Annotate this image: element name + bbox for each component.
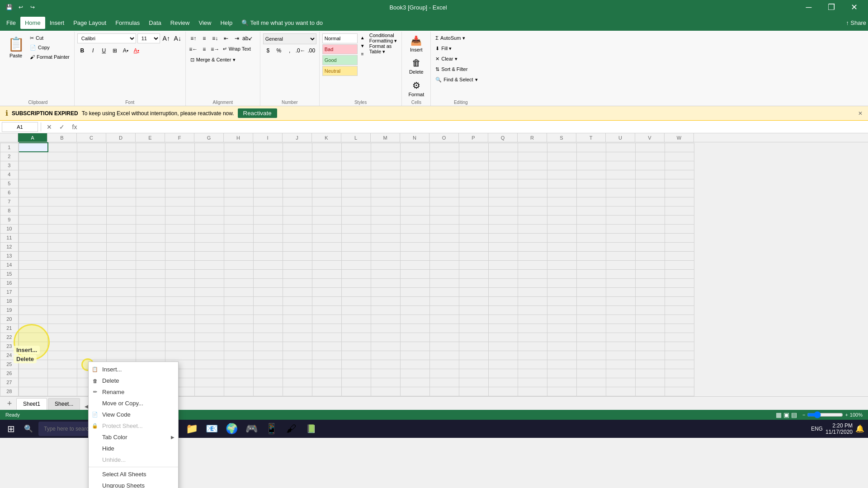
cell-Q4[interactable] — [489, 170, 518, 179]
style-normal[interactable]: Normal — [322, 33, 358, 43]
cell-K27[interactable] — [312, 378, 342, 387]
cell-V2[interactable] — [636, 152, 665, 161]
cell-I18[interactable] — [254, 296, 283, 305]
cell-I20[interactable] — [254, 314, 283, 324]
cell-J5[interactable] — [283, 179, 312, 188]
cell-L6[interactable] — [342, 188, 371, 197]
cell-T14[interactable] — [577, 260, 606, 269]
add-sheet-button[interactable]: + — [4, 398, 15, 410]
cell-A11[interactable] — [19, 233, 48, 242]
cell-G18[interactable] — [195, 296, 224, 305]
cell-M19[interactable] — [371, 305, 401, 314]
cell-K7[interactable] — [312, 197, 342, 206]
cell-G17[interactable] — [195, 287, 224, 296]
cell-O13[interactable] — [430, 251, 459, 260]
cell-P6[interactable] — [459, 188, 489, 197]
taskbar-folder-btn[interactable]: 📁 — [183, 421, 201, 437]
cell-G9[interactable] — [195, 215, 224, 224]
cell-W22[interactable] — [665, 333, 694, 342]
cell-C10[interactable] — [77, 224, 107, 233]
cell-Q11[interactable] — [489, 233, 518, 242]
cell-E16[interactable] — [136, 278, 165, 287]
percent-btn[interactable]: % — [274, 46, 284, 56]
cell-L21[interactable] — [342, 324, 371, 333]
cell-B17[interactable] — [48, 287, 77, 296]
cell-R28[interactable] — [518, 387, 547, 396]
cell-I12[interactable] — [254, 242, 283, 251]
cell-D23[interactable] — [107, 342, 136, 351]
cell-I16[interactable] — [254, 278, 283, 287]
cell-C18[interactable] — [77, 296, 107, 305]
cell-W14[interactable] — [665, 260, 694, 269]
cell-T18[interactable] — [577, 296, 606, 305]
cell-S5[interactable] — [547, 179, 577, 188]
cell-P19[interactable] — [459, 305, 489, 314]
cell-T1[interactable] — [577, 143, 606, 152]
cell-T28[interactable] — [577, 387, 606, 396]
cell-H9[interactable] — [224, 215, 254, 224]
cell-B15[interactable] — [48, 269, 77, 278]
cell-M27[interactable] — [371, 378, 401, 387]
cell-D13[interactable] — [107, 251, 136, 260]
cell-C2[interactable] — [77, 152, 107, 161]
cell-K9[interactable] — [312, 215, 342, 224]
cell-O20[interactable] — [430, 314, 459, 324]
bold-button[interactable]: B — [77, 46, 87, 56]
cell-F1[interactable] — [165, 143, 195, 152]
cell-E8[interactable] — [136, 206, 165, 215]
cell-V14[interactable] — [636, 260, 665, 269]
cell-G26[interactable] — [195, 369, 224, 378]
cell-B18[interactable] — [48, 296, 77, 305]
col-header-J[interactable]: J — [283, 133, 312, 142]
cell-N9[interactable] — [401, 215, 430, 224]
insert-cells-button[interactable]: 📥 Insert — [406, 33, 426, 54]
menu-formulas[interactable]: Formulas — [111, 17, 144, 29]
cell-B2[interactable] — [48, 152, 77, 161]
cell-P12[interactable] — [459, 242, 489, 251]
cell-F21[interactable] — [165, 324, 195, 333]
cell-G22[interactable] — [195, 333, 224, 342]
cell-S19[interactable] — [547, 305, 577, 314]
cell-V23[interactable] — [636, 342, 665, 351]
cell-N14[interactable] — [401, 260, 430, 269]
cell-L11[interactable] — [342, 233, 371, 242]
cell-K3[interactable] — [312, 161, 342, 170]
cell-D24[interactable] — [107, 351, 136, 360]
cell-J11[interactable] — [283, 233, 312, 242]
close-button[interactable]: ✕ — [844, 0, 864, 14]
cell-C5[interactable] — [77, 179, 107, 188]
cell-V3[interactable] — [636, 161, 665, 170]
cell-R4[interactable] — [518, 170, 547, 179]
indent-increase-btn[interactable]: ⇥ — [232, 33, 242, 43]
align-top-btn[interactable]: ≡↑ — [189, 33, 198, 43]
ctx-insert[interactable]: 📋 Insert... — [89, 364, 178, 375]
cell-Q15[interactable] — [489, 269, 518, 278]
cell-L13[interactable] — [342, 251, 371, 260]
cell-M20[interactable] — [371, 314, 401, 324]
cell-K14[interactable] — [312, 260, 342, 269]
cell-L24[interactable] — [342, 351, 371, 360]
cell-P25[interactable] — [459, 360, 489, 369]
cell-reference-box[interactable]: A1 — [2, 122, 38, 132]
cell-I13[interactable] — [254, 251, 283, 260]
align-left-btn[interactable]: ≡← — [189, 44, 198, 54]
cell-N26[interactable] — [401, 369, 430, 378]
cell-B24[interactable] — [48, 351, 77, 360]
cell-L3[interactable] — [342, 161, 371, 170]
cell-T8[interactable] — [577, 206, 606, 215]
zoom-in-btn[interactable]: + — [845, 412, 848, 418]
cell-U10[interactable] — [606, 224, 636, 233]
cell-T2[interactable] — [577, 152, 606, 161]
cell-Q28[interactable] — [489, 387, 518, 396]
cell-L28[interactable] — [342, 387, 371, 396]
cell-K8[interactable] — [312, 206, 342, 215]
cell-A18[interactable] — [19, 296, 48, 305]
cell-G7[interactable] — [195, 197, 224, 206]
cell-A8[interactable] — [19, 206, 48, 215]
cell-F22[interactable] — [165, 333, 195, 342]
cell-A20[interactable] — [19, 314, 48, 324]
cell-S7[interactable] — [547, 197, 577, 206]
cell-V28[interactable] — [636, 387, 665, 396]
cell-J17[interactable] — [283, 287, 312, 296]
cell-T12[interactable] — [577, 242, 606, 251]
